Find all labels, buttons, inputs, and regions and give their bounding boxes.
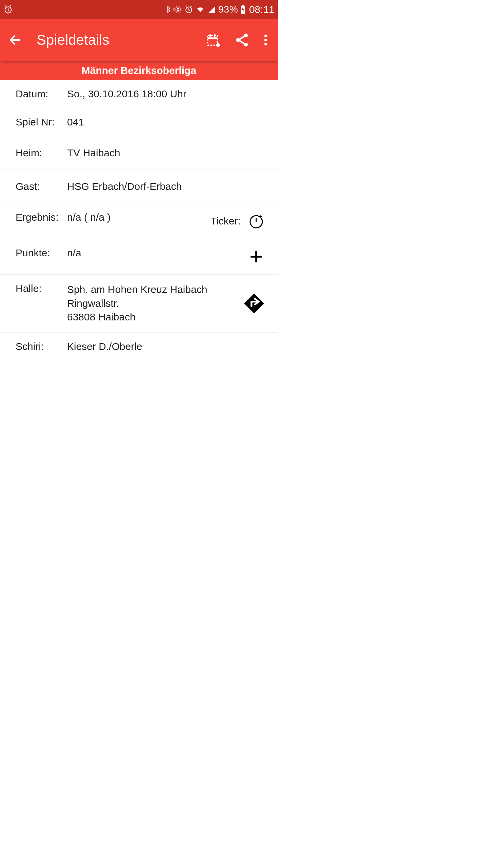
svg-point-5	[244, 34, 248, 38]
label-ticker: Ticker:	[210, 215, 241, 227]
value-halle: Sph. am Hohen Kreuz Haibach Ringwallstr.…	[67, 283, 243, 324]
status-right: 93% 08:11	[164, 4, 274, 15]
value-gast: HSG Erbach/Dorf-Erbach	[67, 181, 266, 192]
vibrate-icon	[174, 5, 182, 14]
status-bar: 93% 08:11	[0, 0, 278, 19]
label-ergebnis: Ergebnis:	[16, 212, 67, 223]
battery-percent: 93%	[218, 4, 238, 15]
bluetooth-icon	[164, 5, 171, 14]
overflow-menu-button[interactable]	[256, 26, 275, 54]
row-datum: Datum: So., 30.10.2016 18:00 Uhr	[0, 80, 278, 108]
value-schiri: Kieser D./Oberle	[67, 341, 266, 352]
value-heim: TV Haibach	[67, 147, 266, 159]
clock-time: 08:11	[249, 4, 274, 15]
add-points-button[interactable]	[247, 247, 266, 266]
row-halle: Halle: Sph. am Hohen Kreuz Haibach Ringw…	[0, 275, 278, 333]
page-title: Spieldetails	[37, 32, 109, 48]
svg-point-7	[244, 43, 248, 47]
label-schiri: Schiri:	[16, 341, 67, 352]
app-bar: Spieldetails	[0, 19, 278, 61]
ticker-button[interactable]	[247, 212, 266, 231]
directions-icon	[243, 293, 265, 314]
label-punkte: Punkte:	[16, 247, 67, 259]
svg-point-10	[264, 43, 267, 45]
row-ergebnis: Ergebnis: n/a ( n/a ) Ticker:	[0, 203, 278, 239]
label-halle: Halle:	[16, 283, 67, 294]
more-vert-icon	[264, 34, 267, 46]
label-datum: Datum:	[16, 88, 67, 100]
league-name: Männer Bezirksoberliga	[82, 65, 196, 76]
directions-button[interactable]	[243, 292, 266, 315]
arrow-left-icon	[8, 33, 22, 47]
row-schiri: Schiri: Kieser D./Oberle	[0, 333, 278, 360]
label-gast: Gast:	[16, 181, 67, 192]
row-punkte: Punkte: n/a	[0, 239, 278, 275]
label-spielnr: Spiel Nr:	[16, 116, 67, 128]
calendar-plus-icon	[206, 32, 221, 48]
alarm-icon	[3, 5, 13, 14]
row-heim: Heim: TV Haibach	[0, 136, 278, 170]
value-ergebnis: n/a ( n/a )	[67, 212, 110, 223]
plus-icon	[249, 249, 264, 264]
details-list: Datum: So., 30.10.2016 18:00 Uhr Spiel N…	[0, 80, 278, 494]
league-banner: Männer Bezirksoberliga	[0, 61, 278, 80]
row-spielnr: Spiel Nr: 041	[0, 108, 278, 136]
status-left	[3, 5, 13, 14]
value-spielnr: 041	[67, 116, 266, 128]
signal-icon	[207, 5, 216, 14]
share-icon	[234, 32, 250, 48]
svg-rect-4	[208, 36, 218, 45]
wifi-icon	[195, 5, 205, 14]
svg-point-8	[264, 35, 267, 37]
alarm2-icon	[184, 5, 193, 14]
value-datum: So., 30.10.2016 18:00 Uhr	[67, 88, 266, 100]
value-punkte: n/a	[67, 247, 247, 259]
stopwatch-icon	[248, 213, 264, 229]
share-button[interactable]	[228, 26, 256, 54]
battery-charging-icon	[240, 5, 246, 14]
add-to-calendar-button[interactable]	[199, 26, 228, 54]
svg-point-9	[264, 39, 267, 41]
back-button[interactable]	[3, 28, 27, 52]
label-heim: Heim:	[16, 147, 67, 159]
svg-point-6	[236, 38, 240, 42]
row-gast: Gast: HSG Erbach/Dorf-Erbach	[0, 170, 278, 203]
svg-rect-3	[242, 5, 244, 6]
